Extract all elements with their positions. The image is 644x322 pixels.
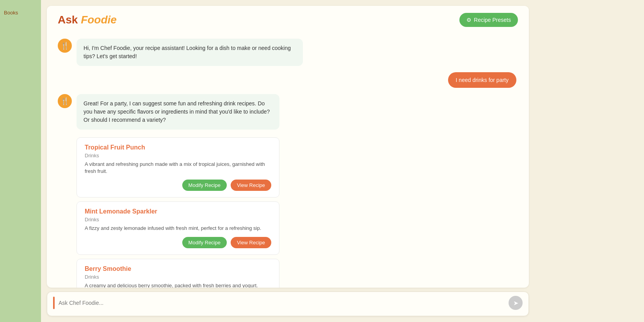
title-foodie: Foodie xyxy=(81,14,117,26)
recipe-1-name: Tropical Fruit Punch xyxy=(85,144,271,151)
recipe-2-view-button[interactable]: View Recipe xyxy=(231,237,271,248)
bot-message-1: 🍴 Hi, I'm Chef Foodie, your recipe assis… xyxy=(58,39,518,66)
chat-input[interactable] xyxy=(59,300,505,306)
user-bubble-1: I need drinks for party xyxy=(448,72,516,88)
bot-avatar-2: 🍴 xyxy=(58,94,72,108)
recipe-cards: Tropical Fruit Punch Drinks A vibrant an… xyxy=(76,133,279,288)
title-ask: Ask xyxy=(58,14,78,26)
recipe-1-description: A vibrant and refreshing punch made with… xyxy=(85,161,271,175)
recipe-3-name: Berry Smoothie xyxy=(85,265,271,272)
bot-bubble-2: Great! For a party, I can suggest some f… xyxy=(76,94,279,130)
recipe-3-category: Drinks xyxy=(85,274,271,280)
bot-bubble-1: Hi, I'm Chef Foodie, your recipe assista… xyxy=(76,39,303,66)
recipe-1-category: Drinks xyxy=(85,153,271,158)
chat-input-area: ➤ xyxy=(47,292,529,316)
recipe-1-modify-button[interactable]: Modify Recipe xyxy=(182,180,227,191)
messages-area: 🍴 Hi, I'm Chef Foodie, your recipe assis… xyxy=(47,32,529,288)
sidebar: Books xyxy=(0,0,41,322)
recipe-2-modify-button[interactable]: Modify Recipe xyxy=(182,237,227,248)
send-button[interactable]: ➤ xyxy=(509,296,523,310)
recipe-2-category: Drinks xyxy=(85,217,271,222)
recipe-2-actions: Modify Recipe View Recipe xyxy=(85,237,271,248)
recipe-2-name: Mint Lemonade Sparkler xyxy=(85,208,271,215)
user-message-1: I need drinks for party xyxy=(58,72,518,88)
chat-header: Ask Foodie ⚙ Recipe Presets xyxy=(47,6,529,32)
send-icon: ➤ xyxy=(513,299,518,307)
recipe-card-2: Mint Lemonade Sparkler Drinks A fizzy an… xyxy=(76,201,279,254)
recipe-card-3: Berry Smoothie Drinks A creamy and delic… xyxy=(76,259,279,288)
main-content: Ask Foodie ⚙ Recipe Presets 🍴 Hi, I'm Ch… xyxy=(41,0,535,322)
sidebar-item-1[interactable]: Books xyxy=(4,8,37,18)
recipe-3-description: A creamy and delicious berry smoothie, p… xyxy=(85,282,271,288)
recipe-card-1: Tropical Fruit Punch Drinks A vibrant an… xyxy=(76,137,279,197)
recipe-1-view-button[interactable]: View Recipe xyxy=(231,180,271,191)
chat-container: Ask Foodie ⚙ Recipe Presets 🍴 Hi, I'm Ch… xyxy=(47,6,529,288)
input-accent xyxy=(53,297,55,309)
recipe-2-description: A fizzy and zesty lemonade infused with … xyxy=(85,225,271,232)
sidebar-item-2[interactable] xyxy=(4,29,37,33)
bot-message-2: 🍴 Great! For a party, I can suggest some… xyxy=(58,94,518,288)
presets-label: Recipe Presets xyxy=(474,17,511,23)
bot-response-2: Great! For a party, I can suggest some f… xyxy=(76,94,279,288)
recipe-1-actions: Modify Recipe View Recipe xyxy=(85,180,271,191)
page-title: Ask Foodie xyxy=(58,14,117,26)
right-space xyxy=(535,0,644,322)
gear-icon: ⚙ xyxy=(466,17,471,23)
recipe-presets-button[interactable]: ⚙ Recipe Presets xyxy=(459,13,518,27)
bot-avatar-1: 🍴 xyxy=(58,39,72,53)
